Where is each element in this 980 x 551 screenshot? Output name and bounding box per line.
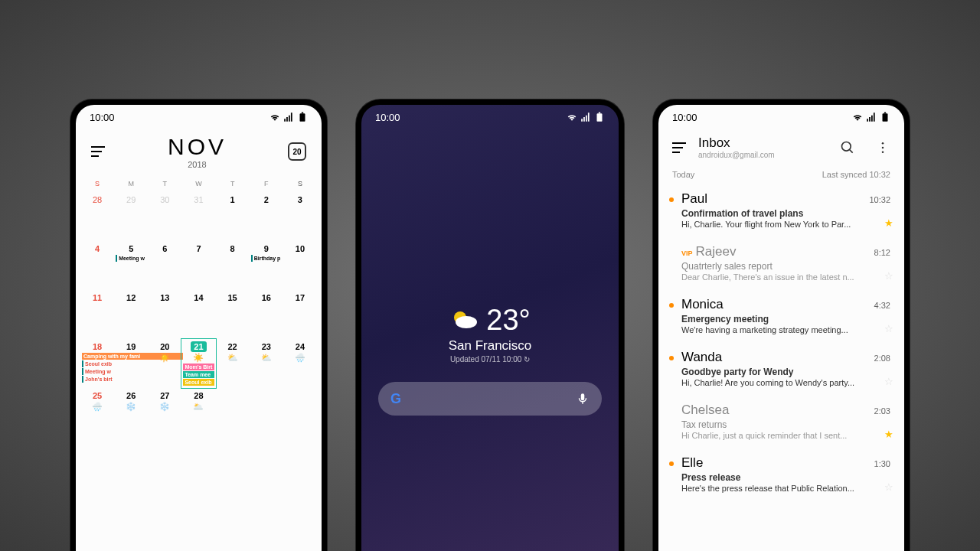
calendar-day[interactable]: 23⛅ bbox=[250, 339, 283, 388]
vip-badge: VIP bbox=[681, 249, 693, 257]
email-time: 1:30 bbox=[874, 459, 890, 468]
calendar-day[interactable]: 28 bbox=[80, 192, 114, 241]
calendar-grid: SMTWTFS 2829303112345Meeting w6789Birthd… bbox=[76, 175, 322, 437]
calendar-day[interactable]: 25🌧️ bbox=[80, 388, 114, 437]
svg-rect-0 bbox=[300, 113, 305, 122]
calendar-day[interactable]: 14 bbox=[181, 290, 215, 339]
calendar-day[interactable]: 2 bbox=[250, 192, 283, 241]
calendar-day[interactable]: 31 bbox=[181, 192, 215, 241]
star-icon[interactable]: ★ bbox=[884, 429, 893, 440]
unread-dot bbox=[669, 197, 674, 202]
phone-email: 10:00 Inbox androidux@gmail.com Today La… bbox=[653, 99, 910, 551]
mic-icon[interactable] bbox=[576, 392, 590, 406]
star-icon[interactable]: ☆ bbox=[884, 376, 893, 387]
status-time: 10:00 bbox=[90, 112, 115, 123]
calendar-day[interactable]: 5Meeting w bbox=[114, 241, 148, 290]
dayname: M bbox=[114, 175, 148, 192]
svg-point-11 bbox=[842, 142, 851, 151]
email-item[interactable]: Wanda2:08Goodbye party for WendyHi, Char… bbox=[658, 342, 904, 395]
calendar-day[interactable]: 12 bbox=[114, 290, 148, 339]
sender-name: Wanda bbox=[681, 350, 722, 365]
unread-dot bbox=[669, 461, 674, 466]
email-preview: Here's the press release that Public Rel… bbox=[681, 484, 890, 493]
email-list: Paul10:32Confirmation of travel plansHi,… bbox=[658, 184, 904, 500]
svg-point-14 bbox=[882, 146, 884, 148]
dayname: S bbox=[283, 175, 317, 192]
calendar-day[interactable]: 30 bbox=[148, 192, 181, 241]
calendar-day[interactable]: 24🌧️ bbox=[283, 339, 317, 388]
calendar-day[interactable]: 20☀️ bbox=[148, 339, 181, 388]
email-time: 2:08 bbox=[874, 354, 890, 363]
email-item[interactable]: Chelsea2:03Tax returnsHi Charlie, just a… bbox=[658, 395, 904, 448]
battery-icon bbox=[594, 112, 605, 122]
calendar-day[interactable]: 16 bbox=[250, 290, 283, 339]
calendar-day[interactable]: 8 bbox=[216, 241, 250, 290]
unread-dot bbox=[669, 250, 674, 255]
more-icon[interactable] bbox=[875, 140, 890, 155]
status-icons bbox=[270, 112, 308, 122]
calendar-event[interactable]: Meeting w bbox=[82, 368, 113, 375]
calendar-event[interactable]: Mom's Birt bbox=[183, 364, 214, 370]
calendar-day[interactable]: 4 bbox=[80, 241, 114, 290]
calendar-day[interactable]: 3 bbox=[283, 192, 317, 241]
email-time: 10:32 bbox=[869, 195, 890, 204]
email-header: Inbox androidux@gmail.com bbox=[658, 129, 904, 165]
calendar-event[interactable]: Meeting w bbox=[116, 255, 146, 262]
wifi-icon bbox=[270, 112, 280, 122]
calendar-day[interactable]: 18Camping with my famiSeoul exibMeeting … bbox=[80, 339, 114, 388]
calendar-event[interactable]: Team mee bbox=[183, 371, 214, 378]
email-subject: Emergency meeting bbox=[681, 314, 890, 324]
calendar-day[interactable]: 27❄️ bbox=[148, 388, 181, 437]
calendar-day[interactable]: 13 bbox=[148, 290, 181, 339]
search-icon[interactable] bbox=[840, 140, 855, 155]
weather-updated: Updated 07/11 10:00 ↻ bbox=[361, 355, 619, 364]
calendar-event[interactable]: Seoul exib bbox=[82, 360, 113, 367]
calendar-day[interactable]: 26❄️ bbox=[114, 388, 148, 437]
email-item[interactable]: VIPRajeev8:12Quatrterly sales reportDear… bbox=[658, 236, 904, 289]
weather-widget[interactable]: 23° San Francisco Updated 07/11 10:00 ↻ … bbox=[361, 304, 619, 416]
star-icon[interactable]: ★ bbox=[884, 217, 893, 229]
calendar-day[interactable]: 28🌥️ bbox=[181, 388, 215, 437]
svg-rect-9 bbox=[883, 113, 888, 122]
email-item[interactable]: Elle1:30Press releaseHere's the press re… bbox=[658, 448, 904, 500]
calendar-event[interactable]: Birthday p bbox=[251, 255, 282, 262]
calendar-event[interactable]: John's birt bbox=[82, 376, 113, 383]
email-item[interactable]: Paul10:32Confirmation of travel plansHi,… bbox=[658, 184, 904, 236]
svg-point-13 bbox=[882, 142, 884, 144]
sender-name: VIPRajeev bbox=[681, 244, 736, 259]
phone-home: 10:00 23° San Francisco Updated 07/11 10… bbox=[356, 99, 624, 551]
sender-name: Monica bbox=[681, 297, 724, 312]
today-button[interactable]: 20 bbox=[288, 142, 306, 161]
email-subject: Goodbye party for Wendy bbox=[681, 367, 890, 377]
weather-icon bbox=[449, 305, 480, 336]
calendar-day[interactable]: 29 bbox=[114, 192, 148, 241]
email-subject: Press release bbox=[681, 472, 890, 483]
svg-rect-2 bbox=[597, 113, 603, 122]
star-icon[interactable]: ☆ bbox=[884, 481, 893, 493]
email-time: 8:12 bbox=[874, 248, 890, 257]
calendar-day[interactable]: 21☀️Mom's BirtTeam meeSeoul exib bbox=[181, 339, 215, 388]
calendar-title[interactable]: NOV 2018 bbox=[168, 134, 227, 169]
menu-button[interactable] bbox=[91, 146, 106, 157]
google-search-bar[interactable]: G bbox=[378, 382, 602, 416]
calendar-day[interactable]: 15 bbox=[216, 290, 250, 339]
menu-button[interactable] bbox=[672, 142, 688, 153]
star-icon[interactable]: ☆ bbox=[884, 270, 893, 282]
calendar-header: NOV 2018 20 bbox=[76, 129, 322, 175]
calendar-day[interactable]: 6 bbox=[148, 241, 181, 290]
star-icon[interactable]: ☆ bbox=[884, 323, 893, 334]
calendar-day[interactable]: 10 bbox=[283, 241, 317, 290]
calendar-day[interactable]: 7 bbox=[181, 241, 215, 290]
calendar-day[interactable]: 22⛅ bbox=[216, 339, 250, 388]
calendar-day[interactable]: 19 bbox=[114, 339, 148, 388]
email-subject: Confirmation of travel plans bbox=[681, 208, 890, 219]
calendar-day[interactable]: 11 bbox=[80, 290, 114, 339]
signal-icon bbox=[580, 112, 591, 122]
calendar-day[interactable]: 1 bbox=[216, 192, 250, 241]
calendar-event[interactable]: Seoul exib bbox=[183, 379, 214, 386]
email-item[interactable]: Monica4:32Emergency meetingWe're having … bbox=[658, 289, 904, 342]
calendar-day[interactable]: 9Birthday p bbox=[250, 241, 283, 290]
section-label: Today bbox=[672, 170, 694, 179]
calendar-day[interactable]: 17 bbox=[283, 290, 317, 339]
sender-name: Elle bbox=[681, 455, 703, 471]
